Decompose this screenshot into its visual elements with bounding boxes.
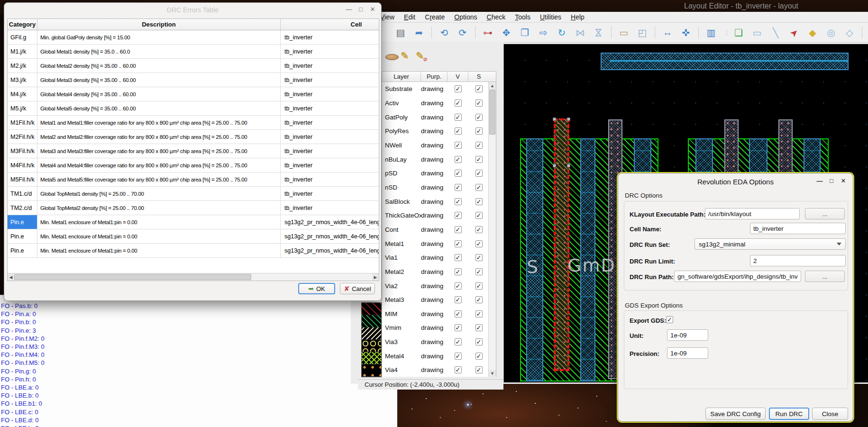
purpose-column-header[interactable]: Purp. xyxy=(421,72,448,82)
visible-column-header[interactable]: V xyxy=(448,72,468,82)
layer-selectable-checkbox[interactable]: ✓ xyxy=(475,254,483,261)
drc-error-row[interactable]: TM2.c/dGlobal TopMetal2 density [%] = 25… xyxy=(8,201,379,215)
minimize-icon[interactable]: — xyxy=(345,6,353,13)
draw-pencil-off-icon[interactable]: ✎ xyxy=(416,50,424,62)
drc-error-row[interactable]: TM1.c/dGlobal TopMetal1 density [%] = 25… xyxy=(8,187,379,201)
layer-selectable-checkbox[interactable]: ✓ xyxy=(475,198,483,205)
scroll-left-icon[interactable]: ◀ xyxy=(8,273,14,281)
scroll-right-icon[interactable]: ▶ xyxy=(372,273,379,281)
layer-selectable-checkbox[interactable]: ✓ xyxy=(475,296,483,303)
layer-pattern-swatch-orange-dots[interactable] xyxy=(362,364,381,377)
export-image-icon[interactable]: ➦ xyxy=(413,27,425,39)
layer-row[interactable]: Metal2drawing✓✓ xyxy=(382,265,489,279)
minimize-icon[interactable]: — xyxy=(816,177,823,184)
selected-gatpoly-shape[interactable] xyxy=(554,118,569,371)
layer-visible-checkbox[interactable]: ✓ xyxy=(455,142,462,149)
klayout-path-browse-button[interactable]: ... xyxy=(805,208,845,219)
create-line-icon[interactable]: ╲ xyxy=(769,27,782,39)
drc-error-row[interactable]: M1Fil.h/kMetal1 and Metal1:filler covera… xyxy=(8,116,379,130)
menu-tools[interactable]: Tools xyxy=(510,12,535,22)
layer-visible-checkbox[interactable]: ✓ xyxy=(455,268,462,275)
draw-pencil-icon[interactable]: ✎ xyxy=(401,50,409,62)
cancel-button[interactable]: ✘ Cancel xyxy=(340,283,375,294)
drc-run-limit-input[interactable] xyxy=(750,255,846,266)
menu-help[interactable]: Help xyxy=(566,12,589,22)
layer-row[interactable]: Via2drawing✓✓ xyxy=(382,279,489,293)
layout-shape-metal2-rail[interactable] xyxy=(601,53,849,70)
drc-error-row[interactable]: GFil.gMin. global GatPoly density [%] = … xyxy=(8,30,379,45)
precision-input[interactable] xyxy=(667,347,708,359)
layer-visible-checkbox[interactable]: ✓ xyxy=(455,212,462,219)
cell-column-header[interactable]: Cell xyxy=(281,19,379,30)
layer-visible-checkbox[interactable]: ✓ xyxy=(455,198,462,205)
layer-visible-checkbox[interactable]: ✓ xyxy=(455,338,462,345)
layer-visible-checkbox[interactable]: ✓ xyxy=(455,127,462,135)
selection-handle[interactable] xyxy=(553,164,556,167)
layer-row[interactable]: nBuLaydrawing✓✓ xyxy=(382,152,489,166)
layer-selectable-checkbox[interactable]: ✓ xyxy=(475,226,483,233)
layer-row[interactable]: Contdrawing✓✓ xyxy=(382,223,489,237)
layer-selectable-checkbox[interactable]: ✓ xyxy=(475,184,483,191)
ok-button[interactable]: ➥ OK xyxy=(298,283,335,294)
layer-visible-checkbox[interactable]: ✓ xyxy=(455,296,462,303)
layer-selectable-checkbox[interactable]: ✓ xyxy=(475,114,483,121)
layer-selectable-checkbox[interactable]: ✓ xyxy=(475,366,483,373)
create-via-icon[interactable]: ◎ xyxy=(825,27,837,39)
menu-create[interactable]: Create xyxy=(420,12,449,22)
scrollbar-thumb[interactable] xyxy=(489,90,495,135)
maximize-icon[interactable]: □ xyxy=(828,177,835,184)
drc-run-path-browse-button[interactable]: ... xyxy=(805,271,845,282)
layer-pattern-swatch-cream-diag[interactable] xyxy=(362,327,381,340)
drc-error-row[interactable]: M3.j/kGlobal Metal3 density [%] = 35.00 … xyxy=(8,73,379,87)
description-column-header[interactable]: Description xyxy=(37,19,281,30)
layer-row[interactable]: Via3drawing✓✓ xyxy=(382,335,489,349)
layer-visible-checkbox[interactable]: ✓ xyxy=(455,353,462,360)
stretch-icon[interactable]: ↔ xyxy=(661,27,674,39)
layer-selectable-checkbox[interactable]: ✓ xyxy=(475,338,483,345)
layer-row[interactable]: Activdrawing✓✓ xyxy=(382,96,489,110)
layer-visible-checkbox[interactable]: ✓ xyxy=(455,254,462,261)
layer-visible-checkbox[interactable]: ✓ xyxy=(455,114,462,121)
layer-pattern-swatch-red-diag[interactable] xyxy=(362,303,381,315)
layer-visible-checkbox[interactable]: ✓ xyxy=(455,310,462,318)
drc-error-row[interactable]: Pin.eMin. Metal1 enclosure of Metal1:pin… xyxy=(8,229,379,244)
layer-visible-checkbox[interactable]: ✓ xyxy=(455,156,462,163)
close-icon[interactable]: ✕ xyxy=(369,6,376,13)
move-by-icon[interactable]: ✜ xyxy=(680,27,692,39)
layer-visible-checkbox[interactable]: ✓ xyxy=(455,226,462,233)
layer-row[interactable]: SalBlockdrawing✓✓ xyxy=(382,194,489,209)
drc-dialog-titlebar[interactable]: DRC Errors Table — □ ✕ xyxy=(4,3,381,16)
layer-visible-checkbox[interactable]: ✓ xyxy=(455,100,462,107)
drc-run-path-input[interactable] xyxy=(674,271,801,282)
save-drc-config-button[interactable]: Save DRC Config xyxy=(705,408,766,420)
layer-pattern-swatch-green-zigzag[interactable] xyxy=(362,352,381,364)
drc-error-row[interactable]: M2.j/kGlobal Metal2 density [%] = 35.00 … xyxy=(8,59,379,73)
klayout-path-input[interactable] xyxy=(705,208,800,219)
create-polygon-icon[interactable]: ◇ xyxy=(843,27,856,39)
cell-name-input[interactable] xyxy=(750,223,846,234)
layer-row[interactable]: Via1drawing✓✓ xyxy=(382,251,489,265)
layer-selectable-checkbox[interactable]: ✓ xyxy=(475,310,483,318)
drc-error-row[interactable]: M3Fil.h/kMetal3 and Metal3:filler covera… xyxy=(8,144,379,158)
selection-handle[interactable] xyxy=(567,164,570,167)
flip-horizontal-icon[interactable]: ⋈ xyxy=(574,27,586,39)
create-rect-icon[interactable]: ▭ xyxy=(751,27,763,39)
drc-error-row[interactable]: M4Fil.h/kMetal4 and Metal4:filler covera… xyxy=(8,158,379,173)
print-icon[interactable]: ▤ xyxy=(394,27,407,39)
menu-options[interactable]: Options xyxy=(449,12,482,22)
flip-vertical-icon[interactable]: ⋈ xyxy=(593,27,605,39)
redo-icon[interactable]: ⟳ xyxy=(457,27,469,39)
layer-row[interactable]: PolyResdrawing✓✓ xyxy=(382,124,489,138)
probe-icon[interactable]: ⊶ xyxy=(482,27,494,39)
selectable-column-header[interactable]: S xyxy=(468,72,489,82)
selection-handle[interactable] xyxy=(553,118,556,121)
drc-table-hscrollbar[interactable]: ◀ ▶ xyxy=(8,273,379,281)
selection-handle[interactable] xyxy=(567,118,570,121)
layer-selectable-checkbox[interactable]: ✓ xyxy=(475,353,483,360)
menu-check[interactable]: Check xyxy=(482,12,511,22)
drc-error-row[interactable]: M2Fil.h/kMetal2 and Metal2:filler covera… xyxy=(8,130,379,144)
drc-error-row[interactable]: M5.j/kGlobal Metal5 density [%] = 35.00 … xyxy=(8,101,379,116)
export-gds-checkbox[interactable]: ✓ xyxy=(666,316,673,323)
layer-row[interactable]: nSDdrawing✓✓ xyxy=(382,181,489,195)
layer-row[interactable]: Vmimdrawing✓✓ xyxy=(382,321,489,335)
